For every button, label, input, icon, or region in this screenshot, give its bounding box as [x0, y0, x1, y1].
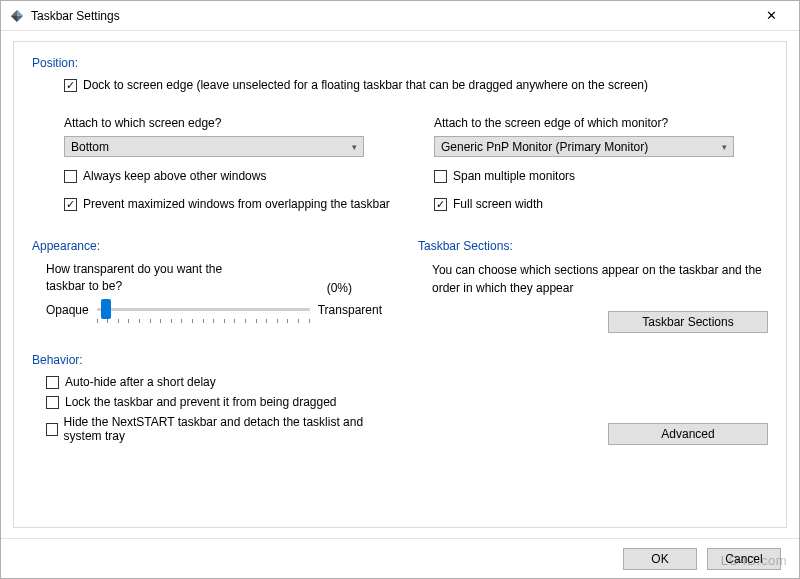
close-button[interactable]: ✕ — [751, 2, 791, 30]
autohide-checkbox-row[interactable]: Auto-hide after a short delay — [46, 375, 382, 389]
full-width-checkbox[interactable] — [434, 198, 447, 211]
chevron-down-icon: ▾ — [722, 142, 727, 152]
span-monitors-checkbox[interactable] — [434, 170, 447, 183]
position-section-label: Position: — [32, 56, 768, 70]
window-title: Taskbar Settings — [31, 9, 751, 23]
appearance-section-label: Appearance: — [32, 239, 382, 253]
hide-nextstart-checkbox[interactable] — [46, 423, 58, 436]
titlebar: Taskbar Settings ✕ — [1, 1, 799, 31]
always-above-checkbox-row[interactable]: Always keep above other windows — [64, 169, 398, 183]
full-width-label: Full screen width — [453, 197, 543, 211]
svg-marker-2 — [11, 16, 17, 22]
cancel-button[interactable]: Cancel — [707, 548, 781, 570]
hide-nextstart-checkbox-row[interactable]: Hide the NextSTART taskbar and detach th… — [46, 415, 382, 443]
span-monitors-checkbox-row[interactable]: Span multiple monitors — [434, 169, 768, 183]
chevron-down-icon: ▾ — [352, 142, 357, 152]
monitor-value: Generic PnP Monitor (Primary Monitor) — [441, 140, 722, 154]
dialog-footer: OK Cancel — [1, 538, 799, 578]
prevent-overlap-checkbox[interactable] — [64, 198, 77, 211]
taskbar-sections-button[interactable]: Taskbar Sections — [608, 311, 768, 333]
edge-question-label: Attach to which screen edge? — [64, 116, 398, 130]
svg-marker-1 — [17, 10, 23, 16]
monitor-question-label: Attach to the screen edge of which monit… — [434, 116, 768, 130]
screen-edge-value: Bottom — [71, 140, 352, 154]
dock-checkbox-row[interactable]: Dock to screen edge (leave unselected fo… — [64, 78, 768, 92]
autohide-label: Auto-hide after a short delay — [65, 375, 216, 389]
advanced-button[interactable]: Advanced — [608, 423, 768, 445]
span-monitors-label: Span multiple monitors — [453, 169, 575, 183]
autohide-checkbox[interactable] — [46, 376, 59, 389]
taskbar-sections-desc: You can choose which sections appear on … — [432, 261, 768, 297]
screen-edge-dropdown[interactable]: Bottom ▾ — [64, 136, 364, 157]
transparency-percent-label: (0%) — [327, 281, 382, 295]
prevent-overlap-checkbox-row[interactable]: Prevent maximized windows from overlappi… — [64, 197, 398, 211]
dock-checkbox[interactable] — [64, 79, 77, 92]
lock-label: Lock the taskbar and prevent it from bei… — [65, 395, 337, 409]
always-above-checkbox[interactable] — [64, 170, 77, 183]
ok-button[interactable]: OK — [623, 548, 697, 570]
full-width-checkbox-row[interactable]: Full screen width — [434, 197, 768, 211]
hide-nextstart-label: Hide the NextSTART taskbar and detach th… — [64, 415, 382, 443]
opaque-label: Opaque — [46, 303, 89, 317]
always-above-label: Always keep above other windows — [83, 169, 266, 183]
monitor-dropdown[interactable]: Generic PnP Monitor (Primary Monitor) ▾ — [434, 136, 734, 157]
transparency-slider[interactable] — [97, 297, 310, 323]
slider-thumb[interactable] — [101, 299, 111, 319]
content-area: Position: Dock to screen edge (leave uns… — [1, 31, 799, 538]
behavior-section-label: Behavior: — [32, 353, 382, 367]
lock-checkbox[interactable] — [46, 396, 59, 409]
transparency-question-label: How transparent do you want the taskbar … — [46, 261, 256, 295]
taskbar-sections-label: Taskbar Sections: — [418, 239, 768, 253]
lock-checkbox-row[interactable]: Lock the taskbar and prevent it from bei… — [46, 395, 382, 409]
taskbar-settings-window: Taskbar Settings ✕ Position: Dock to scr… — [0, 0, 800, 579]
close-icon: ✕ — [766, 8, 777, 23]
transparent-label: Transparent — [318, 303, 382, 317]
settings-groupbox: Position: Dock to screen edge (leave uns… — [13, 41, 787, 528]
prevent-overlap-label: Prevent maximized windows from overlappi… — [83, 197, 390, 211]
dock-label: Dock to screen edge (leave unselected fo… — [83, 78, 648, 92]
app-icon — [9, 8, 25, 24]
